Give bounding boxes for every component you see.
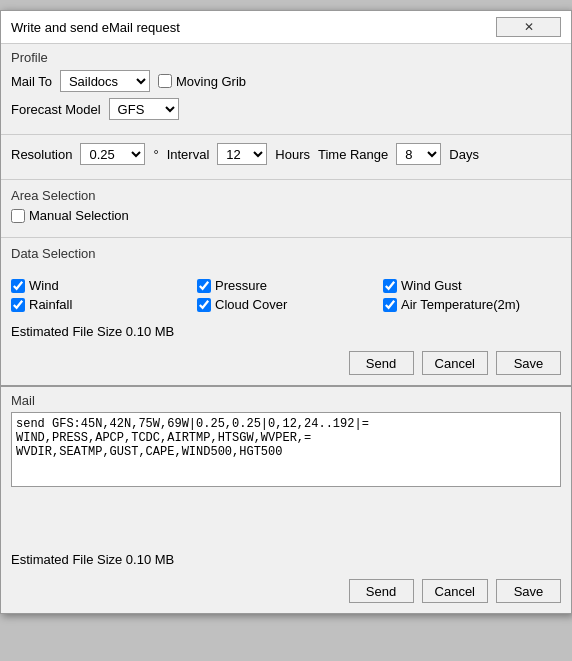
resolution-row: Resolution 0.25 0.5 1.0 2.0 ° Interval 3… [11, 143, 561, 165]
manual-selection-checkbox-label[interactable]: Manual Selection [11, 208, 129, 223]
file-size-bottom-label: Estimated File Size 0.10 MB [11, 552, 174, 567]
mail-label: Mail [11, 393, 561, 408]
resolution-select[interactable]: 0.25 0.5 1.0 2.0 [80, 143, 145, 165]
estimated-file-size-top: Estimated File Size 0.10 MB [1, 318, 571, 345]
save-button-top[interactable]: Save [496, 351, 561, 375]
mail-to-label: Mail To [11, 74, 52, 89]
wind-gust-field[interactable]: Wind Gust [383, 278, 561, 293]
manual-selection-checkbox[interactable] [11, 209, 25, 223]
data-selection-section: Data Selection [1, 240, 571, 272]
profile-section: Profile Mail To Saildocs Option2 Moving … [1, 44, 571, 132]
data-selection-label: Data Selection [11, 246, 561, 261]
pressure-checkbox[interactable] [197, 279, 211, 293]
rainfall-checkbox[interactable] [11, 298, 25, 312]
resolution-section: Resolution 0.25 0.5 1.0 2.0 ° Interval 3… [1, 137, 571, 177]
top-button-row: Send Cancel Save [1, 345, 571, 385]
wind-field[interactable]: Wind [11, 278, 189, 293]
file-size-top-label: Estimated File Size 0.10 MB [11, 324, 174, 339]
divider2 [1, 179, 571, 180]
spacer [1, 496, 571, 546]
cancel-button-top[interactable]: Cancel [422, 351, 488, 375]
manual-selection-row: Manual Selection [11, 208, 561, 223]
dialog: Write and send eMail request ✕ Profile M… [0, 10, 572, 614]
rainfall-field[interactable]: Rainfall [11, 297, 189, 312]
title-bar: Write and send eMail request ✕ [1, 11, 571, 44]
interval-select[interactable]: 3 6 12 24 [217, 143, 267, 165]
wind-checkbox[interactable] [11, 279, 25, 293]
pressure-label: Pressure [215, 278, 267, 293]
area-selection-section: Area Selection Manual Selection [1, 182, 571, 235]
mail-to-select[interactable]: Saildocs Option2 [60, 70, 150, 92]
data-fields-grid: Wind Pressure Wind Gust Rainfall Cloud C… [1, 272, 571, 318]
bottom-button-row: Send Cancel Save [1, 573, 571, 613]
wind-gust-label: Wind Gust [401, 278, 462, 293]
rainfall-label: Rainfall [29, 297, 72, 312]
mail-section: Mail [1, 385, 571, 496]
resolution-label: Resolution [11, 147, 72, 162]
dialog-title: Write and send eMail request [11, 20, 180, 35]
air-temp-checkbox[interactable] [383, 298, 397, 312]
cloud-cover-field[interactable]: Cloud Cover [197, 297, 375, 312]
save-button-bottom[interactable]: Save [496, 579, 561, 603]
send-button-bottom[interactable]: Send [349, 579, 414, 603]
cloud-cover-checkbox[interactable] [197, 298, 211, 312]
cancel-button-bottom[interactable]: Cancel [422, 579, 488, 603]
manual-selection-text: Manual Selection [29, 208, 129, 223]
mail-to-row: Mail To Saildocs Option2 Moving Grib [11, 70, 561, 92]
time-range-label: Time Range [318, 147, 388, 162]
forecast-model-select[interactable]: GFS NAM ECMWF [109, 98, 179, 120]
air-temp-field[interactable]: Air Temperature(2m) [383, 297, 561, 312]
mail-textarea[interactable] [11, 412, 561, 487]
forecast-model-row: Forecast Model GFS NAM ECMWF [11, 98, 561, 120]
wind-gust-checkbox[interactable] [383, 279, 397, 293]
wind-label: Wind [29, 278, 59, 293]
hours-label: Hours [275, 147, 310, 162]
profile-label: Profile [11, 50, 561, 65]
days-label: Days [449, 147, 479, 162]
cloud-cover-label: Cloud Cover [215, 297, 287, 312]
divider1 [1, 134, 571, 135]
moving-grib-checkbox[interactable] [158, 74, 172, 88]
close-button[interactable]: ✕ [496, 17, 561, 37]
interval-label: Interval [167, 147, 210, 162]
send-button-top[interactable]: Send [349, 351, 414, 375]
estimated-file-size-bottom: Estimated File Size 0.10 MB [1, 546, 571, 573]
area-selection-label: Area Selection [11, 188, 561, 203]
time-range-select[interactable]: 5 7 8 10 16 [396, 143, 441, 165]
pressure-field[interactable]: Pressure [197, 278, 375, 293]
moving-grib-label[interactable]: Moving Grib [158, 74, 246, 89]
air-temp-label: Air Temperature(2m) [401, 297, 520, 312]
forecast-model-label: Forecast Model [11, 102, 101, 117]
divider3 [1, 237, 571, 238]
degree-symbol: ° [153, 147, 158, 162]
moving-grib-text: Moving Grib [176, 74, 246, 89]
